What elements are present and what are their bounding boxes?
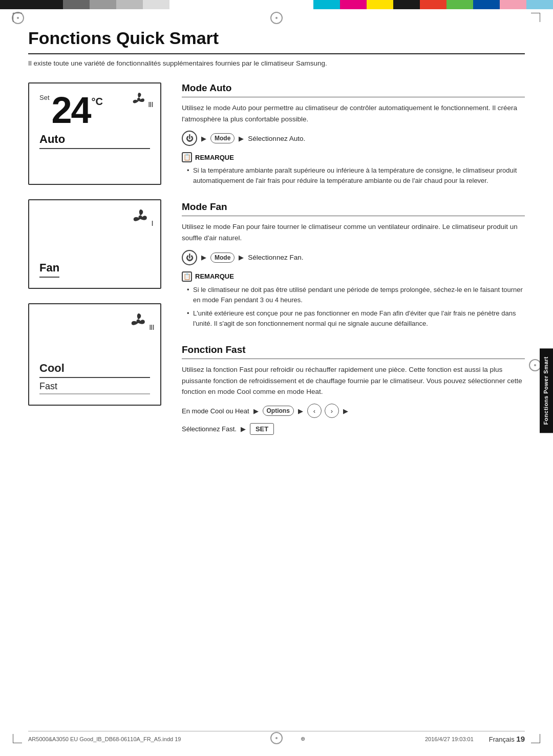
section-fonction-fast: Fonction Fast Utilisez la fonction Fast … [182, 344, 525, 435]
mode-fan-title: Mode Fan [182, 201, 525, 216]
nav-left-button[interactable]: ‹ [307, 404, 322, 418]
section-mode-fan: Mode Fan Utilisez le mode Fan pour faire… [182, 201, 525, 329]
auto-remark-title: 📋 REMARQUE [182, 152, 525, 162]
side-tab: Fonctions Power Smart [540, 348, 553, 433]
page-content: Fonctions Quick Smart Il existe toute un… [28, 28, 525, 728]
set-button[interactable]: SET [250, 423, 274, 435]
fan-speed-cool: ||| [150, 324, 154, 330]
mode-fan-desc: Utilisez le mode Fan pour faire tourner … [182, 221, 525, 243]
footer: AR5000&A3050 EU Good_IB_DB68-06110A_FR_A… [28, 731, 525, 743]
fast-sub-label: Fast [39, 381, 150, 394]
fan-remark-item-1: Si le climatiseur ne doit pas être utili… [187, 285, 525, 305]
fast-instruction-line-1: En mode Cool ou Heat ▶ Options ▶ ‹ › ▶ [182, 404, 525, 418]
arrow-icon-6: ▶ [298, 407, 303, 415]
mode-auto-title: Mode Auto [182, 82, 525, 97]
arrow-icon-1: ▶ [201, 135, 206, 142]
fonction-fast-title: Fonction Fast [182, 344, 525, 359]
footer-reg-icon: ⊕ [301, 736, 305, 742]
arrow-icon-2: ▶ [239, 135, 244, 142]
mode-button-icon: Mode [210, 133, 235, 143]
page-subtitle: Il existe toute une variété de fonctionn… [28, 59, 525, 67]
fan-remark-title: 📋 REMARQUE [182, 271, 525, 282]
select-fast-label: Sélectionnez Fast. [182, 425, 237, 433]
nav-right-button[interactable]: › [325, 404, 339, 418]
mode-auto-desc: Utilisez le mode Auto pour permettre au … [182, 102, 525, 124]
footer-page-label: Français 19 [489, 734, 525, 743]
fan-speed-auto: ||| [148, 101, 153, 107]
section-mode-auto: Mode Auto Utilisez le mode Auto pour per… [182, 82, 525, 186]
crop-mark-top-right [531, 13, 540, 22]
cool-heat-label: En mode Cool ou Heat [182, 407, 249, 415]
right-column: Mode Auto Utilisez le mode Auto pour per… [182, 82, 525, 450]
mode-button-icon-2: Mode [210, 253, 235, 263]
crop-mark-top-left [13, 13, 22, 22]
crop-mark-bottom-right [531, 734, 540, 743]
fast-instruction-line-2: Sélectionnez Fast. ▶ SET [182, 423, 525, 435]
auto-remark-item-1: Si la température ambiante paraît supéri… [187, 165, 525, 186]
fan-label-wrapper: Fan [39, 259, 59, 278]
arrow-icon-7: ▶ [343, 407, 348, 415]
remark-icon: 📋 [182, 152, 192, 162]
fonction-fast-desc: Utilisez la fonction Fast pour refroidir… [182, 364, 525, 397]
temp-unit: °C [92, 96, 103, 108]
footer-left: AR5000&A3050 EU Good_IB_DB68-06110A_FR_A… [28, 736, 181, 742]
auto-instruction-line: ⏻ ▶ Mode ▶ Sélectionnez Auto. [182, 131, 525, 146]
page-title: Fonctions Quick Smart [28, 28, 525, 54]
fan-mode-label: Fan [39, 261, 59, 278]
left-column: Set 24 °C ||| Auto [28, 82, 161, 450]
auto-instruction-text: Sélectionnez Auto. [248, 135, 305, 142]
auto-remark-list: Si la température ambiante paraît supéri… [182, 165, 525, 186]
footer-right-group: 2016/4/27 19:03:01 Français 19 [425, 734, 525, 743]
reg-mark-top-center [270, 11, 283, 25]
page-number: 19 [516, 734, 525, 743]
arrow-icon-8: ▶ [241, 425, 246, 433]
cool-mode-label: Cool [39, 362, 150, 378]
footer-right-date: 2016/4/27 19:03:01 [425, 736, 474, 742]
power-button-icon: ⏻ [182, 131, 197, 146]
temperature-display: 24 [52, 92, 91, 129]
fan-remark-list: Si le climatiseur ne doit pas être utili… [182, 285, 525, 329]
fan-remark-box: 📋 REMARQUE Si le climatiseur ne doit pas… [182, 271, 525, 329]
auto-mode-label: Auto [39, 133, 150, 149]
cool-labels-wrapper: Cool Fast [39, 362, 150, 394]
color-strip [0, 0, 553, 9]
remark-icon-2: 📋 [182, 271, 192, 282]
fan-instruction-line: ⏻ ▶ Mode ▶ Sélectionnez Fan. [182, 250, 525, 265]
fan-device-display: | Fan [28, 199, 161, 289]
fan-icon-auto: ||| [130, 91, 153, 108]
auto-device-display: Set 24 °C ||| Auto [28, 82, 161, 185]
fan-icon-fan: | [130, 207, 153, 227]
options-button[interactable]: Options [263, 406, 294, 416]
arrow-icon-5: ▶ [253, 407, 259, 415]
auto-remark-box: 📋 REMARQUE Si la température ambiante pa… [182, 152, 525, 186]
crop-mark-bottom-left [13, 734, 22, 743]
fan-speed-fan: | [152, 220, 153, 226]
fan-remark-item-2: L'unité extérieure est conçue pour ne pa… [187, 308, 525, 329]
set-label: Set [39, 94, 50, 101]
arrow-icon-3: ▶ [201, 254, 206, 261]
fan-icon-cool: ||| [128, 311, 154, 331]
main-layout: Set 24 °C ||| Auto [28, 82, 525, 450]
arrow-icon-4: ▶ [239, 254, 244, 261]
cool-device-display: ||| Cool Fast [28, 303, 161, 406]
power-button-icon-2: ⏻ [182, 250, 197, 265]
fan-instruction-text: Sélectionnez Fan. [248, 254, 303, 261]
